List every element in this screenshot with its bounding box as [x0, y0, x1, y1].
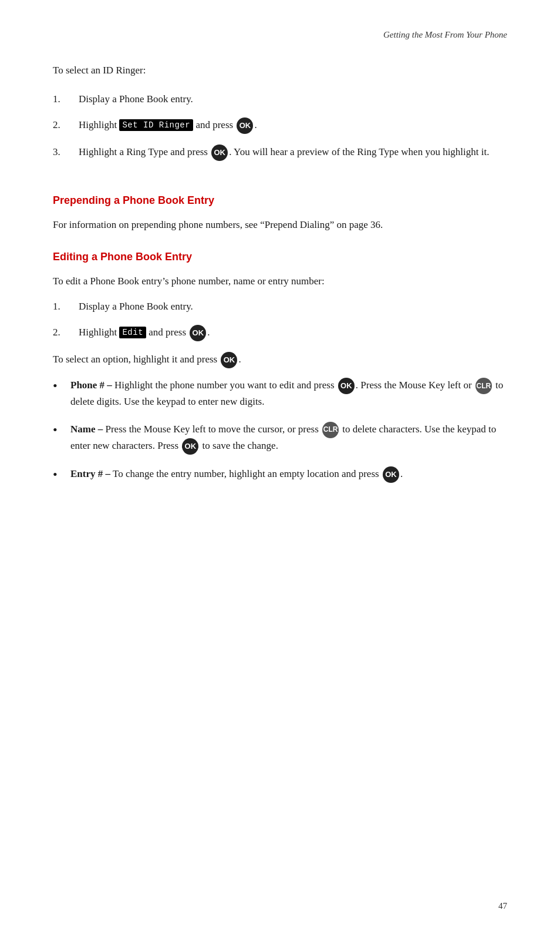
ok-badge-2: OK: [211, 145, 228, 161]
step-1: 1. Display a Phone Book entry.: [53, 92, 507, 107]
page-header: Getting the Most From Your Phone: [53, 28, 507, 42]
edit-step-1: 1. Display a Phone Book entry.: [53, 299, 507, 314]
bullet-dot-2: •: [53, 422, 63, 439]
clr-badge-2: CLR: [322, 422, 339, 438]
bullet-name-text: Name – Press the Mouse Key left to move …: [70, 422, 507, 455]
bullet-phone: • Phone # – Highlight the phone number y…: [53, 378, 507, 409]
step-1-num: 1.: [53, 92, 69, 107]
bullet-dot-1: •: [53, 378, 63, 395]
step-1-text: Display a Phone Book entry.: [79, 92, 507, 107]
edit-step-1-text: Display a Phone Book entry.: [79, 299, 507, 314]
ok-badge-6: OK: [182, 438, 198, 455]
step-3-num: 3.: [53, 145, 69, 161]
edit-step-1-num: 1.: [53, 299, 69, 314]
prepend-heading: Prepending a Phone Book Entry: [53, 193, 507, 209]
select-note: To select an option, highlight it and pr…: [53, 352, 507, 368]
step-3-content: Highlight a Ring Type and press OK. You …: [79, 145, 507, 161]
ok-badge-4: OK: [221, 352, 237, 368]
edit-step-2: 2. Highlight Edit and press OK.: [53, 325, 507, 341]
bullet-name: • Name – Press the Mouse Key left to mov…: [53, 422, 507, 455]
set-id-ringer-code: Set ID Ringer: [119, 119, 193, 131]
edit-step-2-num: 2.: [53, 325, 69, 341]
step-3: 3. Highlight a Ring Type and press OK. Y…: [53, 145, 507, 161]
bullet-phone-text: Phone # – Highlight the phone number you…: [70, 378, 507, 409]
bullet-section: • Phone # – Highlight the phone number y…: [53, 378, 507, 483]
edit-code: Edit: [119, 327, 146, 338]
clr-badge-1: CLR: [475, 378, 492, 394]
intro-text: To select an ID Ringer:: [53, 63, 507, 78]
bullet-dot-3: •: [53, 466, 63, 483]
ok-badge-1: OK: [237, 117, 253, 134]
page: Getting the Most From Your Phone To sele…: [0, 0, 560, 934]
bullet-entry-text: Entry # – To change the entry number, hi…: [70, 466, 507, 483]
prepend-body: For information on prepending phone numb…: [53, 217, 507, 233]
ok-badge-3: OK: [190, 325, 206, 341]
step-2-content: Highlight Set ID Ringer and press OK.: [79, 117, 507, 134]
ok-badge-5: OK: [338, 378, 355, 394]
edit-heading: Editing a Phone Book Entry: [53, 249, 507, 266]
step-2-num: 2.: [53, 117, 69, 134]
header-title: Getting the Most From Your Phone: [383, 30, 507, 39]
edit-intro: To edit a Phone Book entry’s phone numbe…: [53, 274, 507, 289]
page-number: 47: [498, 899, 507, 913]
edit-step-2-content: Highlight Edit and press OK.: [79, 325, 507, 341]
step-2: 2. Highlight Set ID Ringer and press OK.: [53, 117, 507, 134]
bullet-entry: • Entry # – To change the entry number, …: [53, 466, 507, 483]
ok-badge-7: OK: [383, 466, 399, 483]
